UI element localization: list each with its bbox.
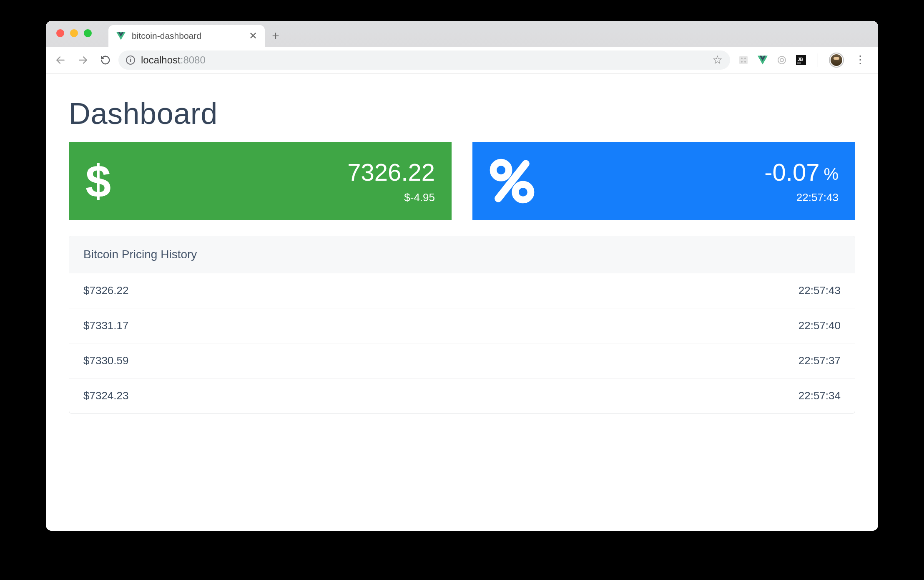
extension-icon[interactable]: [738, 54, 749, 66]
svg-rect-11: [797, 63, 801, 63]
history-time: 22:57:37: [798, 354, 841, 367]
jetbrains-extension-icon[interactable]: JB: [795, 54, 807, 66]
svg-point-12: [493, 162, 509, 178]
url-port: :8080: [181, 54, 206, 66]
extensions-row: JB ⋮: [738, 53, 870, 68]
history-rows: $7326.2222:57:43$7331.1722:57:40$7330.59…: [69, 273, 855, 413]
summary-cards: $ 7326.22 $-4.95 -0.07%: [69, 142, 855, 220]
window-controls: [46, 21, 92, 37]
svg-text:JB: JB: [798, 57, 803, 62]
history-time: 22:57:34: [798, 389, 841, 402]
svg-point-6: [744, 61, 746, 63]
browser-toolbar: i localhost:8080 ☆ JB ⋮: [46, 47, 878, 73]
profile-avatar-button[interactable]: [829, 53, 844, 68]
browser-window: bitcoin-dashboard ✕ + i localhost:8080 ☆: [46, 21, 878, 531]
history-row: $7331.1722:57:40: [69, 308, 855, 343]
history-row: $7324.2322:57:34: [69, 378, 855, 413]
percent-number: -0.07: [764, 159, 819, 186]
extension-icon[interactable]: [776, 54, 788, 66]
svg-point-4: [744, 58, 746, 59]
svg-point-3: [741, 58, 743, 59]
vue-devtools-icon[interactable]: [757, 54, 768, 66]
history-title: Bitcoin Pricing History: [69, 236, 855, 273]
percent-value: -0.07%: [764, 158, 839, 186]
bookmark-star-icon[interactable]: ☆: [712, 53, 723, 67]
page-content: Dashboard $ 7326.22 $-4.95: [46, 73, 878, 531]
close-tab-button[interactable]: ✕: [249, 31, 257, 41]
history-price: $7326.22: [83, 284, 128, 297]
price-card: $ 7326.22 $-4.95: [69, 142, 452, 220]
history-price: $7330.59: [83, 354, 128, 367]
maximize-window-button[interactable]: [84, 29, 92, 37]
close-window-button[interactable]: [56, 29, 64, 37]
percent-unit: %: [824, 165, 839, 183]
svg-point-5: [741, 61, 743, 63]
svg-point-13: [515, 184, 531, 200]
history-price: $7331.17: [83, 319, 128, 332]
history-price: $7324.23: [83, 389, 128, 402]
url-host: localhost: [141, 54, 181, 66]
site-info-icon[interactable]: i: [126, 55, 135, 65]
address-bar[interactable]: i localhost:8080 ☆: [118, 50, 730, 70]
svg-point-7: [778, 56, 786, 64]
percent-card: -0.07% 22:57:43: [472, 142, 855, 220]
price-value: 7326.22: [347, 158, 435, 186]
percent-time: 22:57:43: [764, 191, 839, 204]
reload-button[interactable]: [96, 50, 115, 70]
history-time: 22:57:40: [798, 319, 841, 332]
history-panel: Bitcoin Pricing History $7326.2222:57:43…: [69, 236, 855, 414]
toolbar-separator: [818, 53, 818, 67]
tab-strip: bitcoin-dashboard ✕ +: [46, 21, 878, 47]
browser-menu-button[interactable]: ⋮: [851, 53, 870, 66]
back-button[interactable]: [51, 50, 70, 70]
minimize-window-button[interactable]: [70, 29, 78, 37]
tab-title: bitcoin-dashboard: [132, 31, 243, 41]
new-tab-button[interactable]: +: [265, 25, 286, 47]
browser-tab[interactable]: bitcoin-dashboard ✕: [108, 25, 265, 47]
history-time: 22:57:43: [798, 284, 841, 297]
percent-icon: [489, 158, 535, 204]
page-title: Dashboard: [69, 96, 855, 131]
history-row: $7330.5922:57:37: [69, 343, 855, 378]
svg-point-8: [780, 58, 783, 62]
vue-favicon-icon: [116, 31, 126, 41]
dollar-icon: $: [85, 158, 111, 204]
price-delta: $-4.95: [347, 191, 435, 204]
history-row: $7326.2222:57:43: [69, 273, 855, 308]
svg-rect-2: [739, 56, 748, 64]
forward-button[interactable]: [73, 50, 93, 70]
url-text: localhost:8080: [141, 54, 206, 66]
